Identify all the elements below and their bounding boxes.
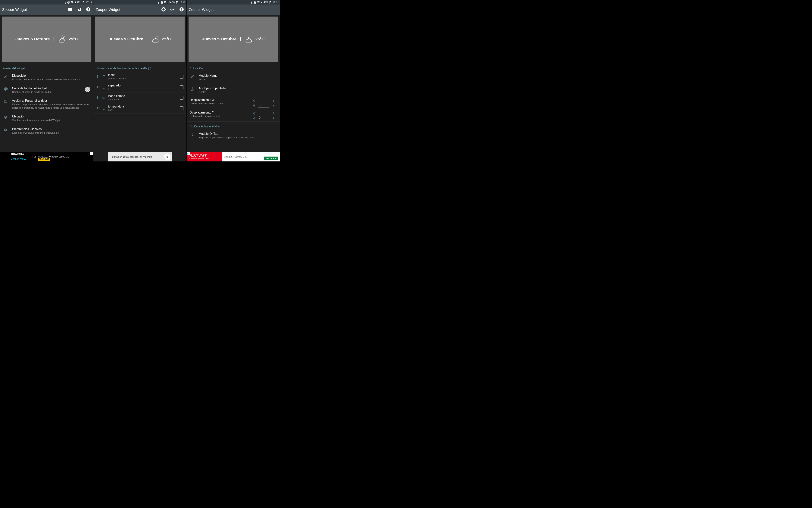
reorder-icon[interactable] bbox=[96, 75, 100, 79]
select-all-button[interactable] bbox=[170, 7, 175, 12]
bluetooth-icon bbox=[63, 1, 66, 4]
status-bar: 42% 17:12 bbox=[93, 0, 187, 4]
chevron-right-icon[interactable] bbox=[272, 112, 275, 115]
ad-banner-rowenta[interactable]: ROWENTA ACCESS' STEAM ¡TUS PRENDAS A PUN… bbox=[0, 152, 93, 162]
module-subtitle: jueves 5 octubre bbox=[108, 77, 178, 80]
app-title: Zooper Widget bbox=[2, 7, 68, 12]
app-bar: Zooper Widget bbox=[93, 4, 187, 15]
row-subtitle: Distancia de anclaje horizontal bbox=[190, 102, 251, 105]
row-title: Color de fondo del Widget bbox=[12, 87, 81, 90]
adchoices-icon[interactable]: ▷ bbox=[90, 152, 93, 155]
ad-title: Just Eat - Comida a d… bbox=[224, 156, 248, 158]
row-module-name[interactable]: Module Name fecha bbox=[187, 72, 280, 84]
module-title: temperatura bbox=[108, 105, 178, 108]
battery-percent: 42% bbox=[263, 1, 268, 4]
section-widget-settings: Ajustes del Widget bbox=[0, 64, 93, 72]
step-left-icon[interactable] bbox=[252, 117, 255, 120]
ad-banner-formacion[interactable]: Formación 100% práctica, en Valencia ▷ bbox=[108, 152, 172, 162]
add-module-button[interactable] bbox=[161, 7, 166, 12]
row-offset-y[interactable]: Desplazamiento Y Distancia de anclaje ve… bbox=[187, 109, 280, 122]
row-offset-x[interactable]: Desplazamiento X Distancia de anclaje ho… bbox=[187, 96, 280, 109]
weather-icon bbox=[244, 35, 252, 43]
bitmap-module-icon bbox=[102, 96, 106, 99]
step-right-icon[interactable] bbox=[272, 117, 275, 120]
chevron-left-icon[interactable] bbox=[252, 99, 255, 102]
reorder-icon[interactable] bbox=[96, 107, 100, 110]
step-right-icon[interactable] bbox=[272, 104, 275, 107]
module-checkbox[interactable] bbox=[180, 107, 183, 110]
offset-y-value[interactable]: 0 bbox=[258, 116, 269, 120]
row-subtitle: Distancia de anclaje vertical bbox=[190, 115, 251, 118]
tap-action-icon bbox=[4, 99, 8, 103]
battery-icon bbox=[269, 1, 271, 4]
weather-icon bbox=[58, 35, 65, 43]
row-tap-action[interactable]: Acción al Pulsar el Widget Elige el comp… bbox=[0, 96, 93, 112]
adchoices-icon[interactable]: ▷ bbox=[169, 152, 172, 155]
open-folder-button[interactable] bbox=[68, 7, 73, 12]
ad-brand: ROWENTA bbox=[11, 153, 24, 156]
status-time: 17:12 bbox=[272, 1, 279, 4]
preview-date: Jueves 5 Octubre bbox=[109, 37, 143, 42]
text-module-icon bbox=[102, 85, 106, 89]
offset-x-value[interactable]: 8 bbox=[258, 103, 269, 108]
step-left-icon[interactable] bbox=[252, 104, 255, 107]
row-subtitle: Cambiar el color de fondo del Widget bbox=[12, 90, 81, 94]
bluetooth-icon bbox=[157, 1, 160, 4]
row-subtitle: Elige entre Celsius/Fahrenheit, interval… bbox=[12, 131, 90, 135]
module-separador[interactable]: separador | bbox=[93, 82, 187, 92]
wifi-icon bbox=[164, 1, 166, 4]
module-fecha[interactable]: fecha jueves 5 octubre bbox=[93, 72, 187, 82]
save-button[interactable] bbox=[77, 7, 82, 12]
row-module-ontap[interactable]: Module OnTap Elige el comportamiento al … bbox=[187, 129, 280, 142]
pencil-icon bbox=[190, 75, 195, 79]
wifi-icon bbox=[70, 1, 73, 4]
row-title: Ubicación bbox=[12, 115, 90, 118]
chevron-right-icon[interactable] bbox=[272, 99, 275, 102]
reorder-icon[interactable] bbox=[96, 96, 100, 99]
ad-cta-button[interactable]: DESCUBRE bbox=[38, 158, 50, 161]
row-global-prefs[interactable]: Preferencias Globales Elige entre Celsiu… bbox=[0, 125, 93, 137]
help-button[interactable] bbox=[86, 7, 91, 12]
help-button[interactable] bbox=[179, 7, 184, 12]
pencil-icon bbox=[4, 75, 8, 79]
ad-text: Formación 100% práctica, en Valencia bbox=[111, 156, 153, 158]
row-disposition[interactable]: Disposición Editar la configuración actu… bbox=[0, 72, 93, 84]
row-location[interactable]: Ubicación Cambiar la ubicación por defec… bbox=[0, 112, 93, 125]
app-bar: Zooper Widget bbox=[187, 4, 280, 15]
section-placement: Colocación bbox=[187, 64, 280, 72]
app-title: Zooper Widget bbox=[96, 7, 162, 12]
reorder-icon[interactable] bbox=[96, 85, 100, 89]
signal-icon bbox=[260, 1, 263, 4]
ad-banner-justeat[interactable]: JUST EAT Pide lo que te pida el cuerpo J… bbox=[187, 152, 280, 162]
ad-install-button[interactable]: INSTALAR bbox=[264, 157, 278, 160]
module-checkbox[interactable] bbox=[180, 75, 183, 79]
row-anchor[interactable]: Anclaje a la pantalla Centro bbox=[187, 84, 280, 97]
module-checkbox[interactable] bbox=[180, 85, 183, 89]
status-time: 17:11 bbox=[86, 1, 92, 4]
tap-action-icon bbox=[190, 132, 195, 137]
chevron-left-icon[interactable] bbox=[252, 112, 255, 115]
ad-logo: JUST EAT Pide lo que te pida el cuerpo bbox=[187, 152, 222, 162]
app-bar: Zooper Widget bbox=[0, 4, 93, 15]
alarm-icon bbox=[160, 1, 163, 4]
widget-preview[interactable]: Jueves 5 Octubre | 25°C bbox=[2, 16, 91, 61]
row-title: Anclaje a la pantalla bbox=[199, 87, 277, 90]
battery-icon bbox=[176, 1, 178, 4]
module-icono-tiempo[interactable]: icono tiempo Climacons bbox=[93, 92, 187, 103]
module-subtitle: Climacons bbox=[108, 98, 178, 101]
battery-icon bbox=[82, 1, 85, 4]
row-subtitle: Elige el comportamiento al pulsar: ir a … bbox=[12, 103, 90, 110]
screen-module-placement: 42% 17:12 Zooper Widget Jueves 5 Octubre… bbox=[187, 0, 280, 162]
module-checkbox[interactable] bbox=[180, 96, 183, 99]
widget-preview[interactable]: Jueves 5 Octubre | 25°C bbox=[188, 16, 278, 61]
screen-widget-settings: 42% 17:11 Zooper Widget Jueves 5 Octubre… bbox=[0, 0, 93, 162]
adchoices-icon[interactable]: ▷ bbox=[187, 152, 190, 155]
row-background-color[interactable]: Color de fondo del Widget Cambiar el col… bbox=[0, 84, 93, 97]
row-title: Desplazamiento Y bbox=[190, 111, 251, 114]
module-temperatura[interactable]: temperatura 25°C bbox=[93, 103, 187, 114]
row-title: Acción al Pulsar el Widget bbox=[12, 99, 90, 102]
color-swatch[interactable] bbox=[85, 87, 90, 92]
gears-icon bbox=[4, 128, 8, 132]
widget-preview[interactable]: Jueves 5 Octubre | 25°C bbox=[95, 16, 185, 61]
palette-icon bbox=[4, 87, 8, 91]
